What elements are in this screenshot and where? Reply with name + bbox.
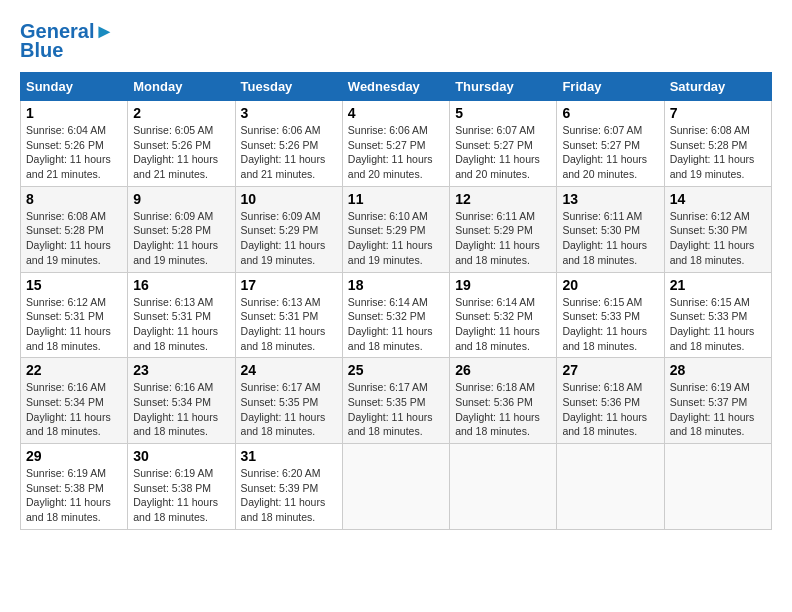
day-info: Sunrise: 6:06 AM Sunset: 5:27 PM Dayligh… bbox=[348, 123, 444, 182]
day-cell-6: 6Sunrise: 6:07 AM Sunset: 5:27 PM Daylig… bbox=[557, 101, 664, 187]
day-number: 25 bbox=[348, 362, 444, 378]
day-info: Sunrise: 6:13 AM Sunset: 5:31 PM Dayligh… bbox=[241, 295, 337, 354]
calendar-body: 1Sunrise: 6:04 AM Sunset: 5:26 PM Daylig… bbox=[21, 101, 772, 530]
day-cell-3: 3Sunrise: 6:06 AM Sunset: 5:26 PM Daylig… bbox=[235, 101, 342, 187]
day-info: Sunrise: 6:19 AM Sunset: 5:38 PM Dayligh… bbox=[133, 466, 229, 525]
day-number: 1 bbox=[26, 105, 122, 121]
day-cell-5: 5Sunrise: 6:07 AM Sunset: 5:27 PM Daylig… bbox=[450, 101, 557, 187]
day-cell-22: 22Sunrise: 6:16 AM Sunset: 5:34 PM Dayli… bbox=[21, 358, 128, 444]
day-cell-20: 20Sunrise: 6:15 AM Sunset: 5:33 PM Dayli… bbox=[557, 272, 664, 358]
day-number: 23 bbox=[133, 362, 229, 378]
day-cell-17: 17Sunrise: 6:13 AM Sunset: 5:31 PM Dayli… bbox=[235, 272, 342, 358]
day-number: 30 bbox=[133, 448, 229, 464]
day-info: Sunrise: 6:07 AM Sunset: 5:27 PM Dayligh… bbox=[562, 123, 658, 182]
col-monday: Monday bbox=[128, 73, 235, 101]
day-number: 27 bbox=[562, 362, 658, 378]
day-number: 8 bbox=[26, 191, 122, 207]
day-info: Sunrise: 6:08 AM Sunset: 5:28 PM Dayligh… bbox=[670, 123, 766, 182]
day-cell-12: 12Sunrise: 6:11 AM Sunset: 5:29 PM Dayli… bbox=[450, 186, 557, 272]
day-number: 20 bbox=[562, 277, 658, 293]
day-number: 26 bbox=[455, 362, 551, 378]
day-number: 9 bbox=[133, 191, 229, 207]
day-info: Sunrise: 6:20 AM Sunset: 5:39 PM Dayligh… bbox=[241, 466, 337, 525]
day-number: 17 bbox=[241, 277, 337, 293]
day-number: 13 bbox=[562, 191, 658, 207]
calendar-row-1: 1Sunrise: 6:04 AM Sunset: 5:26 PM Daylig… bbox=[21, 101, 772, 187]
day-info: Sunrise: 6:16 AM Sunset: 5:34 PM Dayligh… bbox=[26, 380, 122, 439]
day-cell-11: 11Sunrise: 6:10 AM Sunset: 5:29 PM Dayli… bbox=[342, 186, 449, 272]
col-tuesday: Tuesday bbox=[235, 73, 342, 101]
day-cell-1: 1Sunrise: 6:04 AM Sunset: 5:26 PM Daylig… bbox=[21, 101, 128, 187]
day-number: 4 bbox=[348, 105, 444, 121]
header-row: Sunday Monday Tuesday Wednesday Thursday… bbox=[21, 73, 772, 101]
day-info: Sunrise: 6:16 AM Sunset: 5:34 PM Dayligh… bbox=[133, 380, 229, 439]
day-number: 12 bbox=[455, 191, 551, 207]
day-info: Sunrise: 6:04 AM Sunset: 5:26 PM Dayligh… bbox=[26, 123, 122, 182]
day-number: 6 bbox=[562, 105, 658, 121]
day-cell-15: 15Sunrise: 6:12 AM Sunset: 5:31 PM Dayli… bbox=[21, 272, 128, 358]
day-info: Sunrise: 6:11 AM Sunset: 5:29 PM Dayligh… bbox=[455, 209, 551, 268]
day-info: Sunrise: 6:15 AM Sunset: 5:33 PM Dayligh… bbox=[670, 295, 766, 354]
empty-cell bbox=[664, 444, 771, 530]
col-thursday: Thursday bbox=[450, 73, 557, 101]
day-cell-21: 21Sunrise: 6:15 AM Sunset: 5:33 PM Dayli… bbox=[664, 272, 771, 358]
day-number: 19 bbox=[455, 277, 551, 293]
day-number: 7 bbox=[670, 105, 766, 121]
day-info: Sunrise: 6:05 AM Sunset: 5:26 PM Dayligh… bbox=[133, 123, 229, 182]
day-info: Sunrise: 6:13 AM Sunset: 5:31 PM Dayligh… bbox=[133, 295, 229, 354]
calendar-row-4: 22Sunrise: 6:16 AM Sunset: 5:34 PM Dayli… bbox=[21, 358, 772, 444]
day-info: Sunrise: 6:06 AM Sunset: 5:26 PM Dayligh… bbox=[241, 123, 337, 182]
day-cell-23: 23Sunrise: 6:16 AM Sunset: 5:34 PM Dayli… bbox=[128, 358, 235, 444]
day-cell-7: 7Sunrise: 6:08 AM Sunset: 5:28 PM Daylig… bbox=[664, 101, 771, 187]
day-number: 24 bbox=[241, 362, 337, 378]
day-number: 18 bbox=[348, 277, 444, 293]
day-number: 28 bbox=[670, 362, 766, 378]
day-cell-30: 30Sunrise: 6:19 AM Sunset: 5:38 PM Dayli… bbox=[128, 444, 235, 530]
day-cell-26: 26Sunrise: 6:18 AM Sunset: 5:36 PM Dayli… bbox=[450, 358, 557, 444]
day-info: Sunrise: 6:19 AM Sunset: 5:37 PM Dayligh… bbox=[670, 380, 766, 439]
day-info: Sunrise: 6:10 AM Sunset: 5:29 PM Dayligh… bbox=[348, 209, 444, 268]
day-number: 3 bbox=[241, 105, 337, 121]
day-info: Sunrise: 6:18 AM Sunset: 5:36 PM Dayligh… bbox=[455, 380, 551, 439]
day-cell-29: 29Sunrise: 6:19 AM Sunset: 5:38 PM Dayli… bbox=[21, 444, 128, 530]
day-info: Sunrise: 6:07 AM Sunset: 5:27 PM Dayligh… bbox=[455, 123, 551, 182]
day-info: Sunrise: 6:14 AM Sunset: 5:32 PM Dayligh… bbox=[455, 295, 551, 354]
day-number: 29 bbox=[26, 448, 122, 464]
day-info: Sunrise: 6:14 AM Sunset: 5:32 PM Dayligh… bbox=[348, 295, 444, 354]
day-cell-4: 4Sunrise: 6:06 AM Sunset: 5:27 PM Daylig… bbox=[342, 101, 449, 187]
day-cell-31: 31Sunrise: 6:20 AM Sunset: 5:39 PM Dayli… bbox=[235, 444, 342, 530]
day-info: Sunrise: 6:17 AM Sunset: 5:35 PM Dayligh… bbox=[241, 380, 337, 439]
empty-cell bbox=[450, 444, 557, 530]
calendar-row-2: 8Sunrise: 6:08 AM Sunset: 5:28 PM Daylig… bbox=[21, 186, 772, 272]
day-cell-24: 24Sunrise: 6:17 AM Sunset: 5:35 PM Dayli… bbox=[235, 358, 342, 444]
day-cell-2: 2Sunrise: 6:05 AM Sunset: 5:26 PM Daylig… bbox=[128, 101, 235, 187]
day-info: Sunrise: 6:18 AM Sunset: 5:36 PM Dayligh… bbox=[562, 380, 658, 439]
day-cell-28: 28Sunrise: 6:19 AM Sunset: 5:37 PM Dayli… bbox=[664, 358, 771, 444]
day-cell-14: 14Sunrise: 6:12 AM Sunset: 5:30 PM Dayli… bbox=[664, 186, 771, 272]
day-number: 15 bbox=[26, 277, 122, 293]
day-info: Sunrise: 6:19 AM Sunset: 5:38 PM Dayligh… bbox=[26, 466, 122, 525]
col-friday: Friday bbox=[557, 73, 664, 101]
calendar-row-3: 15Sunrise: 6:12 AM Sunset: 5:31 PM Dayli… bbox=[21, 272, 772, 358]
day-cell-8: 8Sunrise: 6:08 AM Sunset: 5:28 PM Daylig… bbox=[21, 186, 128, 272]
empty-cell bbox=[342, 444, 449, 530]
col-saturday: Saturday bbox=[664, 73, 771, 101]
day-info: Sunrise: 6:09 AM Sunset: 5:28 PM Dayligh… bbox=[133, 209, 229, 268]
day-info: Sunrise: 6:09 AM Sunset: 5:29 PM Dayligh… bbox=[241, 209, 337, 268]
day-number: 31 bbox=[241, 448, 337, 464]
day-cell-16: 16Sunrise: 6:13 AM Sunset: 5:31 PM Dayli… bbox=[128, 272, 235, 358]
day-number: 11 bbox=[348, 191, 444, 207]
day-cell-27: 27Sunrise: 6:18 AM Sunset: 5:36 PM Dayli… bbox=[557, 358, 664, 444]
col-wednesday: Wednesday bbox=[342, 73, 449, 101]
day-info: Sunrise: 6:08 AM Sunset: 5:28 PM Dayligh… bbox=[26, 209, 122, 268]
logo: General► Blue bbox=[20, 20, 114, 62]
day-cell-18: 18Sunrise: 6:14 AM Sunset: 5:32 PM Dayli… bbox=[342, 272, 449, 358]
day-cell-10: 10Sunrise: 6:09 AM Sunset: 5:29 PM Dayli… bbox=[235, 186, 342, 272]
day-cell-13: 13Sunrise: 6:11 AM Sunset: 5:30 PM Dayli… bbox=[557, 186, 664, 272]
day-number: 2 bbox=[133, 105, 229, 121]
day-cell-9: 9Sunrise: 6:09 AM Sunset: 5:28 PM Daylig… bbox=[128, 186, 235, 272]
day-cell-19: 19Sunrise: 6:14 AM Sunset: 5:32 PM Dayli… bbox=[450, 272, 557, 358]
day-number: 10 bbox=[241, 191, 337, 207]
day-number: 16 bbox=[133, 277, 229, 293]
day-info: Sunrise: 6:12 AM Sunset: 5:31 PM Dayligh… bbox=[26, 295, 122, 354]
